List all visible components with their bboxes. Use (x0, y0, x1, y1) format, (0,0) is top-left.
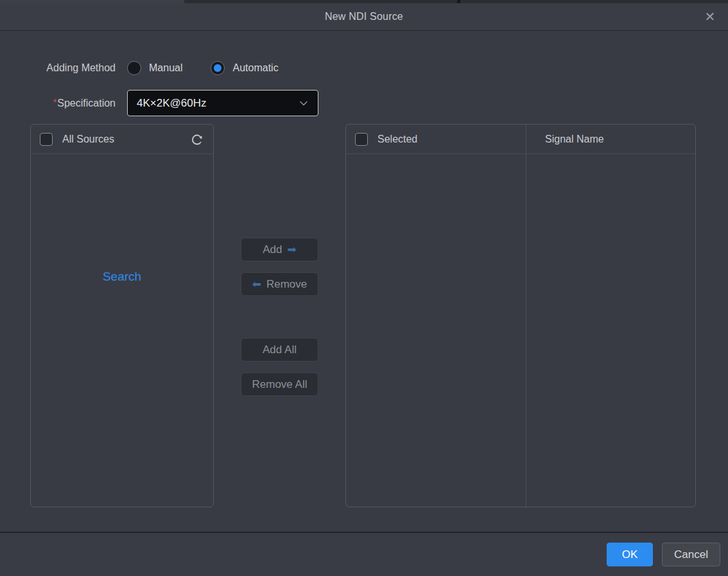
add-all-button-label: Add All (263, 344, 297, 356)
selected-panel: Selected Signal Name (345, 124, 696, 507)
radio-option-manual[interactable]: Manual (127, 61, 182, 75)
all-sources-title: All Sources (62, 134, 190, 145)
dialog-title: New NDI Source (325, 11, 403, 22)
specification-label-text: Specification (57, 98, 116, 109)
chevron-down-icon (299, 98, 309, 109)
arrow-left-icon: ⬅ (252, 279, 261, 290)
radio-icon-automatic (211, 61, 225, 75)
close-icon[interactable]: ✕ (701, 8, 719, 26)
remove-all-button-label: Remove All (252, 378, 308, 391)
radio-label-automatic: Automatic (232, 62, 278, 74)
all-sources-header: All Sources (31, 125, 213, 154)
all-sources-checkbox[interactable] (40, 133, 53, 146)
specification-selected-value: 4K×2K@60Hz (137, 97, 206, 110)
radio-icon-manual (127, 61, 141, 75)
specification-label: *Specification (37, 97, 116, 109)
selected-panel-header: Selected Signal Name (346, 125, 695, 154)
all-sources-panel: All Sources Search (30, 124, 214, 507)
specification-select[interactable]: 4K×2K@60Hz (127, 90, 318, 116)
signal-name-column-header: Signal Name (526, 134, 695, 145)
required-asterisk: * (53, 97, 56, 107)
adding-method-label: Adding Method (37, 62, 116, 74)
specification-row: *Specification 4K×2K@60Hz (37, 90, 318, 116)
remove-all-button[interactable]: Remove All (241, 372, 318, 396)
dialog-footer: OK Cancel (0, 533, 728, 576)
add-all-button[interactable]: Add All (241, 338, 318, 362)
adding-method-radio-group: Manual Automatic (127, 61, 307, 75)
arrow-right-icon: ➡ (288, 244, 297, 255)
ok-button[interactable]: OK (607, 543, 653, 566)
search-link[interactable]: Search (31, 270, 213, 284)
remove-button-label: Remove (266, 278, 307, 291)
refresh-icon[interactable] (190, 132, 204, 146)
new-ndi-source-dialog: New NDI Source ✕ Adding Method Manual Au… (0, 0, 728, 576)
radio-option-automatic[interactable]: Automatic (211, 61, 278, 75)
selected-checkbox[interactable] (355, 133, 368, 146)
add-button-label: Add (263, 243, 282, 256)
add-button[interactable]: Add ➡ (241, 238, 318, 261)
adding-method-row: Adding Method Manual Automatic (37, 59, 307, 77)
selected-title: Selected (377, 134, 517, 145)
radio-label-manual: Manual (149, 62, 182, 74)
cancel-button[interactable]: Cancel (662, 543, 720, 566)
column-divider (526, 125, 526, 507)
selected-column-header: Selected (346, 133, 526, 146)
remove-button[interactable]: ⬅ Remove (241, 272, 318, 296)
dialog-titlebar: New NDI Source ✕ (0, 3, 728, 31)
